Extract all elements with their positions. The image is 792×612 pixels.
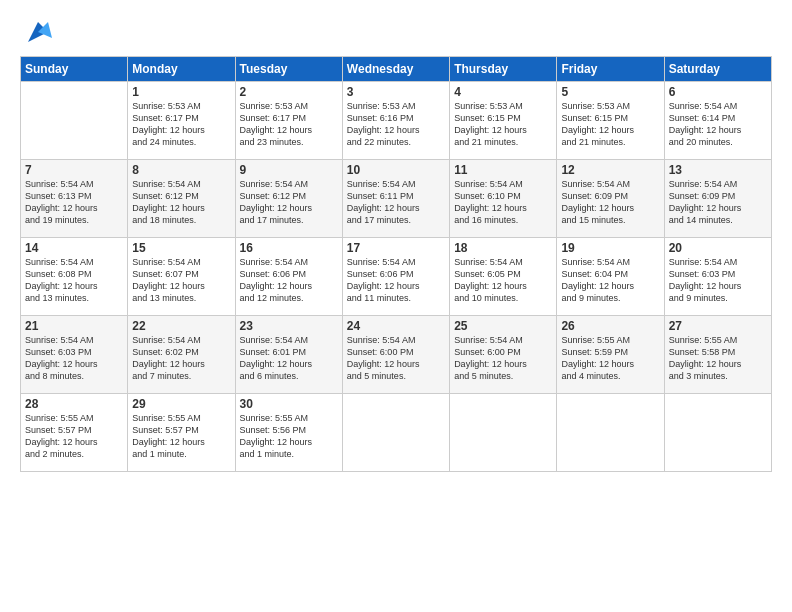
day-info: Sunrise: 5:55 AM Sunset: 5:59 PM Dayligh… (561, 334, 659, 383)
calendar-cell: 21Sunrise: 5:54 AM Sunset: 6:03 PM Dayli… (21, 316, 128, 394)
calendar-cell: 16Sunrise: 5:54 AM Sunset: 6:06 PM Dayli… (235, 238, 342, 316)
header (20, 18, 772, 46)
day-number: 22 (132, 319, 230, 333)
day-info: Sunrise: 5:54 AM Sunset: 6:11 PM Dayligh… (347, 178, 445, 227)
day-info: Sunrise: 5:55 AM Sunset: 5:58 PM Dayligh… (669, 334, 767, 383)
calendar-cell (557, 394, 664, 472)
calendar-cell: 11Sunrise: 5:54 AM Sunset: 6:10 PM Dayli… (450, 160, 557, 238)
calendar-cell: 10Sunrise: 5:54 AM Sunset: 6:11 PM Dayli… (342, 160, 449, 238)
day-number: 12 (561, 163, 659, 177)
calendar-cell: 26Sunrise: 5:55 AM Sunset: 5:59 PM Dayli… (557, 316, 664, 394)
calendar-row: 21Sunrise: 5:54 AM Sunset: 6:03 PM Dayli… (21, 316, 772, 394)
day-number: 19 (561, 241, 659, 255)
calendar-cell: 15Sunrise: 5:54 AM Sunset: 6:07 PM Dayli… (128, 238, 235, 316)
day-info: Sunrise: 5:54 AM Sunset: 6:02 PM Dayligh… (132, 334, 230, 383)
calendar-cell: 17Sunrise: 5:54 AM Sunset: 6:06 PM Dayli… (342, 238, 449, 316)
calendar-cell: 20Sunrise: 5:54 AM Sunset: 6:03 PM Dayli… (664, 238, 771, 316)
day-number: 8 (132, 163, 230, 177)
calendar-cell: 23Sunrise: 5:54 AM Sunset: 6:01 PM Dayli… (235, 316, 342, 394)
logo (20, 18, 52, 46)
calendar-row: 1Sunrise: 5:53 AM Sunset: 6:17 PM Daylig… (21, 82, 772, 160)
day-number: 28 (25, 397, 123, 411)
calendar-cell: 22Sunrise: 5:54 AM Sunset: 6:02 PM Dayli… (128, 316, 235, 394)
calendar-cell: 2Sunrise: 5:53 AM Sunset: 6:17 PM Daylig… (235, 82, 342, 160)
day-number: 1 (132, 85, 230, 99)
calendar-cell (342, 394, 449, 472)
day-info: Sunrise: 5:54 AM Sunset: 6:14 PM Dayligh… (669, 100, 767, 149)
day-number: 2 (240, 85, 338, 99)
day-info: Sunrise: 5:54 AM Sunset: 6:04 PM Dayligh… (561, 256, 659, 305)
calendar-cell: 30Sunrise: 5:55 AM Sunset: 5:56 PM Dayli… (235, 394, 342, 472)
day-number: 17 (347, 241, 445, 255)
calendar-header-monday: Monday (128, 57, 235, 82)
day-info: Sunrise: 5:54 AM Sunset: 6:09 PM Dayligh… (561, 178, 659, 227)
day-number: 24 (347, 319, 445, 333)
calendar-header-tuesday: Tuesday (235, 57, 342, 82)
calendar-header-wednesday: Wednesday (342, 57, 449, 82)
day-info: Sunrise: 5:54 AM Sunset: 6:05 PM Dayligh… (454, 256, 552, 305)
day-info: Sunrise: 5:54 AM Sunset: 6:06 PM Dayligh… (240, 256, 338, 305)
day-info: Sunrise: 5:55 AM Sunset: 5:57 PM Dayligh… (25, 412, 123, 461)
calendar-cell: 29Sunrise: 5:55 AM Sunset: 5:57 PM Dayli… (128, 394, 235, 472)
calendar-cell: 5Sunrise: 5:53 AM Sunset: 6:15 PM Daylig… (557, 82, 664, 160)
day-number: 5 (561, 85, 659, 99)
day-info: Sunrise: 5:54 AM Sunset: 6:08 PM Dayligh… (25, 256, 123, 305)
day-info: Sunrise: 5:53 AM Sunset: 6:15 PM Dayligh… (454, 100, 552, 149)
day-number: 23 (240, 319, 338, 333)
calendar-cell: 6Sunrise: 5:54 AM Sunset: 6:14 PM Daylig… (664, 82, 771, 160)
day-info: Sunrise: 5:54 AM Sunset: 6:12 PM Dayligh… (132, 178, 230, 227)
day-number: 6 (669, 85, 767, 99)
calendar-cell: 14Sunrise: 5:54 AM Sunset: 6:08 PM Dayli… (21, 238, 128, 316)
day-number: 4 (454, 85, 552, 99)
calendar-cell: 1Sunrise: 5:53 AM Sunset: 6:17 PM Daylig… (128, 82, 235, 160)
day-info: Sunrise: 5:54 AM Sunset: 6:00 PM Dayligh… (347, 334, 445, 383)
calendar-cell: 7Sunrise: 5:54 AM Sunset: 6:13 PM Daylig… (21, 160, 128, 238)
day-info: Sunrise: 5:54 AM Sunset: 6:01 PM Dayligh… (240, 334, 338, 383)
day-info: Sunrise: 5:55 AM Sunset: 5:57 PM Dayligh… (132, 412, 230, 461)
day-number: 20 (669, 241, 767, 255)
day-number: 15 (132, 241, 230, 255)
day-info: Sunrise: 5:53 AM Sunset: 6:15 PM Dayligh… (561, 100, 659, 149)
day-info: Sunrise: 5:54 AM Sunset: 6:00 PM Dayligh… (454, 334, 552, 383)
calendar-cell: 25Sunrise: 5:54 AM Sunset: 6:00 PM Dayli… (450, 316, 557, 394)
calendar-header-friday: Friday (557, 57, 664, 82)
day-info: Sunrise: 5:54 AM Sunset: 6:10 PM Dayligh… (454, 178, 552, 227)
day-number: 25 (454, 319, 552, 333)
day-number: 21 (25, 319, 123, 333)
day-number: 7 (25, 163, 123, 177)
day-number: 26 (561, 319, 659, 333)
day-info: Sunrise: 5:54 AM Sunset: 6:06 PM Dayligh… (347, 256, 445, 305)
calendar-cell: 12Sunrise: 5:54 AM Sunset: 6:09 PM Dayli… (557, 160, 664, 238)
day-info: Sunrise: 5:54 AM Sunset: 6:09 PM Dayligh… (669, 178, 767, 227)
day-number: 18 (454, 241, 552, 255)
day-number: 30 (240, 397, 338, 411)
calendar-cell: 19Sunrise: 5:54 AM Sunset: 6:04 PM Dayli… (557, 238, 664, 316)
day-info: Sunrise: 5:53 AM Sunset: 6:17 PM Dayligh… (132, 100, 230, 149)
day-number: 14 (25, 241, 123, 255)
calendar-cell: 27Sunrise: 5:55 AM Sunset: 5:58 PM Dayli… (664, 316, 771, 394)
calendar-header-row: SundayMondayTuesdayWednesdayThursdayFrid… (21, 57, 772, 82)
day-number: 16 (240, 241, 338, 255)
calendar-cell: 13Sunrise: 5:54 AM Sunset: 6:09 PM Dayli… (664, 160, 771, 238)
day-info: Sunrise: 5:54 AM Sunset: 6:07 PM Dayligh… (132, 256, 230, 305)
day-info: Sunrise: 5:53 AM Sunset: 6:16 PM Dayligh… (347, 100, 445, 149)
day-info: Sunrise: 5:54 AM Sunset: 6:03 PM Dayligh… (25, 334, 123, 383)
calendar-cell: 3Sunrise: 5:53 AM Sunset: 6:16 PM Daylig… (342, 82, 449, 160)
calendar-row: 28Sunrise: 5:55 AM Sunset: 5:57 PM Dayli… (21, 394, 772, 472)
day-info: Sunrise: 5:54 AM Sunset: 6:03 PM Dayligh… (669, 256, 767, 305)
calendar-table: SundayMondayTuesdayWednesdayThursdayFrid… (20, 56, 772, 472)
calendar-cell: 24Sunrise: 5:54 AM Sunset: 6:00 PM Dayli… (342, 316, 449, 394)
logo-icon (24, 18, 52, 46)
day-info: Sunrise: 5:54 AM Sunset: 6:12 PM Dayligh… (240, 178, 338, 227)
day-info: Sunrise: 5:53 AM Sunset: 6:17 PM Dayligh… (240, 100, 338, 149)
calendar-cell: 18Sunrise: 5:54 AM Sunset: 6:05 PM Dayli… (450, 238, 557, 316)
calendar-cell (450, 394, 557, 472)
calendar-cell: 28Sunrise: 5:55 AM Sunset: 5:57 PM Dayli… (21, 394, 128, 472)
day-info: Sunrise: 5:54 AM Sunset: 6:13 PM Dayligh… (25, 178, 123, 227)
calendar-cell: 9Sunrise: 5:54 AM Sunset: 6:12 PM Daylig… (235, 160, 342, 238)
day-info: Sunrise: 5:55 AM Sunset: 5:56 PM Dayligh… (240, 412, 338, 461)
day-number: 10 (347, 163, 445, 177)
day-number: 11 (454, 163, 552, 177)
calendar-row: 14Sunrise: 5:54 AM Sunset: 6:08 PM Dayli… (21, 238, 772, 316)
calendar-header-thursday: Thursday (450, 57, 557, 82)
